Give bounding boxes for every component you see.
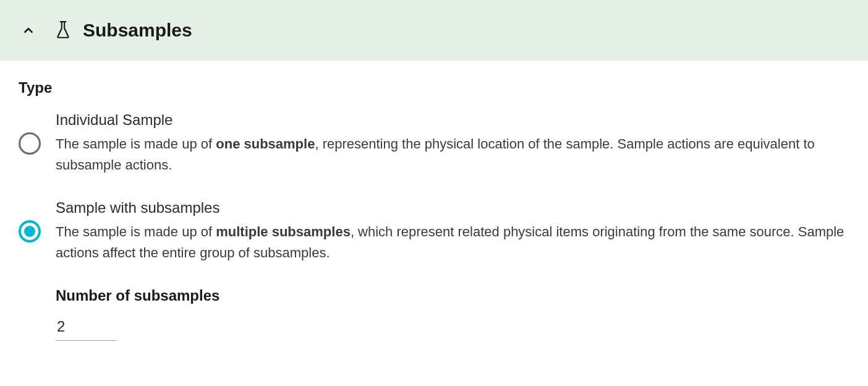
desc-pre: The sample is made up of: [56, 136, 216, 152]
option-title: Sample with subsamples: [56, 199, 849, 217]
section-header[interactable]: Subsamples: [0, 0, 868, 61]
type-label: Type: [19, 79, 849, 96]
number-of-subsamples-label: Number of subsamples: [56, 287, 849, 304]
radio-sample-with-subsamples[interactable]: [19, 220, 41, 242]
option-description: The sample is made up of one subsample, …: [56, 134, 849, 176]
section-title: Subsamples: [83, 20, 192, 41]
radio-individual-sample[interactable]: [19, 132, 41, 155]
radio-dot: [24, 226, 35, 237]
option-individual-sample[interactable]: Individual Sample The sample is made up …: [19, 111, 849, 176]
option-text: Individual Sample The sample is made up …: [56, 111, 849, 176]
option-description: The sample is made up of multiple subsam…: [56, 221, 849, 264]
header-title-group: Subsamples: [53, 20, 192, 41]
option-title: Individual Sample: [56, 111, 849, 129]
desc-bold: multiple subsamples: [216, 224, 351, 239]
number-of-subsamples-section: Number of subsamples: [19, 287, 849, 341]
option-sample-with-subsamples[interactable]: Sample with subsamples The sample is mad…: [19, 199, 849, 264]
desc-pre: The sample is made up of: [56, 224, 216, 239]
desc-bold: one subsample: [216, 136, 315, 152]
number-of-subsamples-input[interactable]: [56, 315, 116, 341]
form-content: Type Individual Sample The sample is mad…: [0, 61, 868, 341]
option-text: Sample with subsamples The sample is mad…: [56, 199, 849, 264]
flask-icon: [53, 20, 73, 40]
chevron-up-icon[interactable]: [19, 20, 38, 40]
